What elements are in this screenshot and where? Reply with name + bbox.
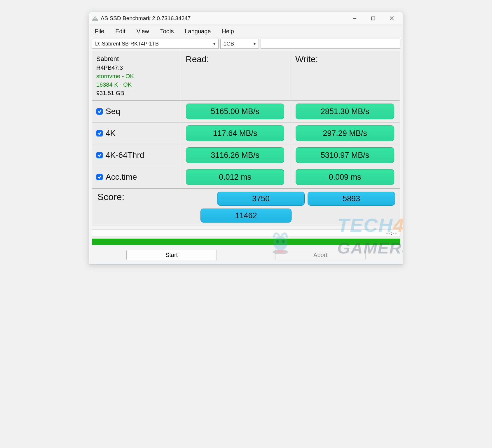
start-button[interactable]: Start: [126, 250, 217, 260]
drive-firmware: R4PB47.3: [96, 64, 123, 72]
seq-checkbox[interactable]: [96, 108, 103, 115]
score-rw-row: 3750 5893: [95, 192, 397, 206]
write-header: Write:: [290, 51, 400, 100]
svg-rect-0: [93, 20, 98, 21]
acc-read-cell: 0.012 ms: [180, 166, 290, 188]
seq-read-value: 5165.00 MB/s: [186, 104, 284, 119]
menu-view[interactable]: View: [137, 28, 149, 35]
drive-capacity: 931.51 GB: [96, 89, 124, 97]
acc-row: Acc.time 0.012 ms 0.009 ms: [92, 166, 400, 188]
4k-read-cell: 117.64 MB/s: [180, 123, 290, 144]
seq-read-cell: 5165.00 MB/s: [180, 101, 290, 122]
menu-tools[interactable]: Tools: [160, 28, 174, 35]
maximize-button[interactable]: [364, 12, 383, 24]
size-select[interactable]: 1GB ▾: [220, 39, 259, 49]
blank-field: [261, 39, 400, 49]
4k64-label: 4K-64Thrd: [106, 150, 144, 160]
window-title: AS SSD Benchmark 2.0.7316.34247: [101, 15, 345, 22]
score-label: Score:: [95, 192, 124, 202]
4k64-checkbox[interactable]: [96, 152, 103, 158]
seq-write-cell: 2851.30 MB/s: [290, 101, 400, 122]
4k-write-value: 297.29 MB/s: [296, 125, 394, 141]
toolbar: D: Sabrent SB-RKT4P-1TB ▾ 1GB ▾: [89, 38, 403, 51]
progress-time: --:--: [386, 230, 397, 236]
results-table: Sabrent R4PB47.3 stornvme - OK 16384 K -…: [92, 51, 400, 226]
menu-file[interactable]: File: [95, 28, 104, 35]
acc-read-value: 0.012 ms: [186, 169, 284, 185]
titlebar: AS SSD Benchmark 2.0.7316.34247: [89, 12, 403, 25]
acc-label-cell: Acc.time: [92, 166, 180, 188]
menu-edit[interactable]: Edit: [115, 28, 125, 35]
seq-label-cell: Seq: [92, 101, 180, 122]
app-icon: [92, 15, 98, 22]
acc-write-value: 0.009 ms: [296, 169, 394, 185]
score-total: 11462: [200, 209, 292, 223]
seq-label: Seq: [106, 107, 120, 116]
4k-read-value: 117.64 MB/s: [186, 125, 284, 141]
4k-checkbox[interactable]: [96, 130, 103, 136]
acc-write-cell: 0.009 ms: [290, 166, 400, 188]
chevron-down-icon: ▾: [213, 41, 215, 46]
app-window: AS SSD Benchmark 2.0.7316.34247 File Edi…: [89, 12, 403, 265]
progress-bar: [92, 239, 400, 245]
menu-language[interactable]: Language: [185, 28, 211, 35]
4k-label-cell: 4K: [92, 123, 180, 144]
menu-help[interactable]: Help: [222, 28, 234, 35]
abort-button[interactable]: Abort: [275, 250, 366, 260]
drive-name: Sabrent: [96, 54, 119, 64]
acc-label: Acc.time: [106, 172, 137, 182]
svg-rect-2: [372, 17, 375, 20]
menubar: File Edit View Tools Language Help: [89, 25, 403, 38]
score-total-row: 11462: [95, 209, 397, 223]
4k-write-cell: 297.29 MB/s: [290, 123, 400, 144]
progress-text-area: --:--: [92, 229, 400, 237]
score-write: 5893: [308, 192, 395, 206]
close-button[interactable]: [383, 12, 401, 24]
4k64-write-value: 5310.97 MB/s: [296, 147, 394, 163]
4k64-read-cell: 3116.26 MB/s: [180, 144, 290, 166]
4k64-write-cell: 5310.97 MB/s: [290, 144, 400, 166]
chevron-down-icon: ▾: [254, 41, 256, 46]
score-area: Score: 3750 5893 11462: [92, 188, 400, 226]
drive-select-value: D: Sabrent SB-RKT4P-1TB: [95, 41, 159, 47]
4k64-row: 4K-64Thrd 3116.26 MB/s 5310.97 MB/s: [92, 144, 400, 166]
acc-checkbox[interactable]: [96, 174, 103, 180]
4k-row: 4K 117.64 MB/s 297.29 MB/s: [92, 123, 400, 144]
header-row: Sabrent R4PB47.3 stornvme - OK 16384 K -…: [92, 51, 400, 101]
read-header: Read:: [180, 51, 290, 100]
minimize-button[interactable]: [345, 12, 364, 24]
drive-driver: stornvme - OK: [96, 72, 134, 80]
drive-info-cell: Sabrent R4PB47.3 stornvme - OK 16384 K -…: [92, 51, 180, 100]
4k64-read-value: 3116.26 MB/s: [186, 147, 284, 163]
score-read: 3750: [217, 192, 305, 206]
drive-alignment: 16384 K - OK: [96, 80, 132, 89]
4k64-label-cell: 4K-64Thrd: [92, 144, 180, 166]
drive-select[interactable]: D: Sabrent SB-RKT4P-1TB ▾: [92, 39, 219, 49]
footer: Start Abort: [89, 248, 403, 264]
size-select-value: 1GB: [224, 41, 234, 47]
seq-write-value: 2851.30 MB/s: [296, 104, 394, 119]
4k-label: 4K: [106, 129, 116, 138]
seq-row: Seq 5165.00 MB/s 2851.30 MB/s: [92, 101, 400, 123]
window-controls: [345, 12, 401, 24]
